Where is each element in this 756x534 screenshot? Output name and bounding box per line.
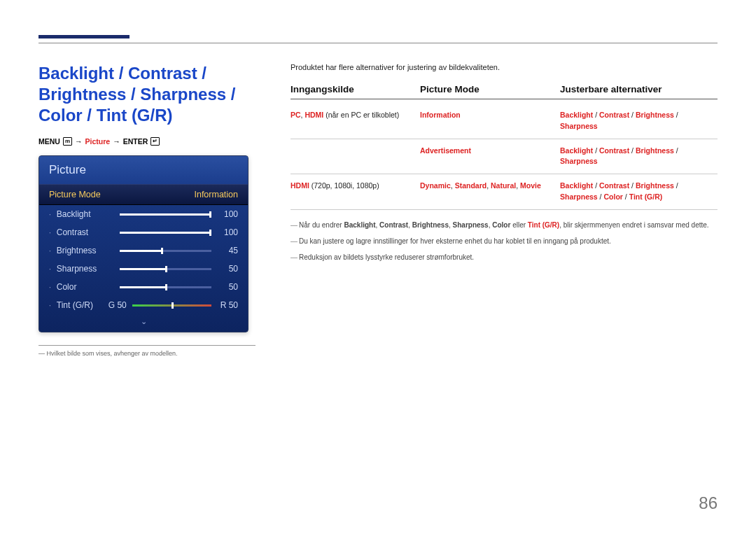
- table-row: Advertisement Backlight / Contrast / Bri…: [290, 139, 718, 175]
- note-3: Reduksjon av bildets lysstyrke reduserer…: [290, 252, 718, 262]
- nav-picture: Picture: [85, 137, 111, 146]
- osd-picture-mode-row[interactable]: Picture Mode Information: [39, 184, 248, 205]
- osd-mode-value: Information: [194, 190, 238, 199]
- osd-row-contrast[interactable]: · Contrast 100: [39, 223, 248, 241]
- header-rule: [38, 43, 718, 43]
- nav-arrow: →: [113, 137, 120, 146]
- osd-slider[interactable]: [120, 213, 211, 216]
- note-1: Når du endrer Backlight, Contrast, Brigh…: [290, 220, 718, 230]
- cell-options: Backlight / Contrast / Brightness / Shar…: [560, 181, 718, 203]
- osd-slider[interactable]: [120, 232, 211, 234]
- enter-icon: ↵: [150, 137, 160, 146]
- nav-enter-label: ENTER: [123, 137, 148, 146]
- osd-tint-slider[interactable]: [132, 304, 211, 307]
- osd-item-label: Sharpness: [57, 264, 120, 274]
- osd-row-sharpness[interactable]: · Sharpness 50: [39, 260, 248, 278]
- osd-row-backlight[interactable]: · Backlight 100: [39, 205, 248, 223]
- osd-row-brightness[interactable]: · Brightness 45: [39, 241, 248, 260]
- osd-menu: Picture Picture Mode Information · Backl…: [38, 155, 248, 332]
- th-options: Justerbare alternativer: [560, 84, 718, 94]
- footnotes: Når du endrer Backlight, Contrast, Brigh…: [290, 220, 718, 262]
- bullet-icon: ·: [49, 283, 51, 291]
- osd-row-tint[interactable]: · Tint (G/R) G 50 R 50: [39, 296, 248, 314]
- divider: [38, 345, 255, 346]
- intro-text: Produktet har flere alternativer for jus…: [290, 63, 718, 71]
- osd-item-label: Contrast: [57, 227, 120, 237]
- osd-item-value: 100: [218, 227, 238, 237]
- nav-menu-label: MENU: [38, 137, 60, 146]
- osd-tint-r: R 50: [218, 300, 238, 310]
- table-header-row: Inngangskilde Picture Mode Justerbare al…: [290, 84, 718, 99]
- bullet-icon: ·: [49, 247, 51, 255]
- model-note: Hvilket bilde som vises, avhenger av mod…: [38, 350, 255, 357]
- osd-mode-label: Picture Mode: [49, 190, 101, 199]
- cell-mode: Advertisement: [420, 146, 560, 168]
- bullet-icon: ·: [49, 265, 51, 273]
- table-row: PC, HDMI (når en PC er tilkoblet) Inform…: [290, 104, 718, 139]
- bullet-icon: ·: [49, 302, 51, 309]
- cell-source: [290, 146, 420, 168]
- note-2: Du kan justere og lagre innstillinger fo…: [290, 236, 718, 246]
- osd-row-color[interactable]: · Color 50: [39, 278, 248, 296]
- breadcrumb: MENU m → Picture → ENTER ↵: [38, 137, 255, 146]
- osd-item-value: 100: [218, 209, 238, 219]
- cell-mode: Information: [420, 110, 560, 132]
- osd-item-value: 50: [218, 282, 238, 292]
- osd-item-value: 50: [218, 264, 238, 274]
- osd-item-value: 45: [218, 246, 238, 255]
- th-mode: Picture Mode: [420, 84, 560, 94]
- table-row: HDMI (720p, 1080i, 1080p) Dynamic, Stand…: [290, 174, 718, 210]
- cell-options: Backlight / Contrast / Brightness / Shar…: [560, 146, 718, 168]
- cell-source: PC, HDMI (når en PC er tilkoblet): [290, 110, 420, 132]
- osd-item-label: Color: [57, 282, 120, 292]
- osd-item-label: Brightness: [57, 246, 120, 255]
- cell-mode: Dynamic, Standard, Natural, Movie: [420, 181, 560, 203]
- th-source: Inngangskilde: [290, 84, 420, 94]
- cell-source: HDMI (720p, 1080i, 1080p): [290, 181, 420, 203]
- osd-tint-g: G 50: [108, 300, 132, 310]
- bullet-icon: ·: [49, 211, 51, 218]
- page-number: 86: [699, 493, 718, 513]
- header-accent: [38, 35, 130, 38]
- osd-slider[interactable]: [120, 268, 211, 270]
- osd-slider[interactable]: [120, 286, 211, 288]
- osd-item-label: Tint (G/R): [57, 300, 108, 310]
- osd-item-label: Backlight: [57, 209, 120, 219]
- osd-header: Picture: [39, 156, 248, 184]
- nav-arrow: →: [75, 137, 83, 146]
- chevron-down-icon[interactable]: ⌄: [39, 314, 248, 332]
- osd-slider[interactable]: [120, 250, 211, 252]
- cell-options: Backlight / Contrast / Brightness / Shar…: [560, 110, 718, 132]
- menu-icon: m: [63, 137, 72, 146]
- bullet-icon: ·: [49, 229, 51, 237]
- page-title: Backlight / Contrast / Brightness / Shar…: [38, 63, 255, 126]
